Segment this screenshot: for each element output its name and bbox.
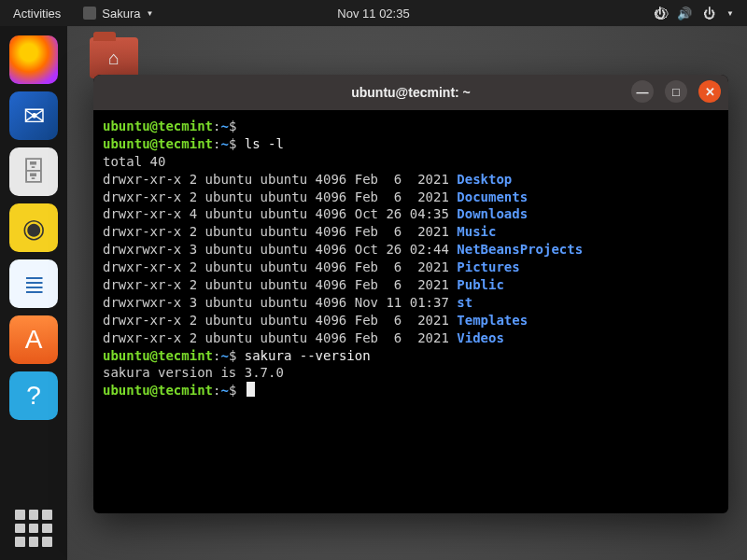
close-button[interactable]: ✕ [698,80,721,103]
dock-software[interactable]: A [9,315,58,364]
app-menu[interactable]: Sakura ▼ [74,7,162,21]
terminal-content[interactable]: ubuntu@tecmint:~$ ubuntu@tecmint:~$ ls -… [93,110,728,513]
app-menu-label: Sakura [102,7,140,21]
activities-button[interactable]: Activities [0,7,74,21]
dock-writer[interactable]: ≣ [9,259,58,308]
minimize-button[interactable]: — [631,80,654,103]
window-titlebar[interactable]: ubuntu@tecmint: ~ — □ ✕ [93,75,728,110]
terminal-cursor [247,382,255,397]
show-apps-button[interactable] [15,510,52,547]
system-tray: ⏻⃝ 🔊 ⏻ ▼ [654,7,747,21]
dock-rhythmbox[interactable]: ◉ [9,203,58,252]
window-controls: — □ ✕ [631,80,721,103]
power-icon[interactable]: ⏻ [703,7,715,21]
dock: ✉ 🗄 ◉ ≣ A ? [0,26,67,560]
home-glyph-icon: ⌂ [90,37,138,78]
terminal-window: ubuntu@tecmint: ~ — □ ✕ ubuntu@tecmint:~… [93,75,728,513]
dock-files[interactable]: 🗄 [9,147,58,196]
chevron-down-icon: ▼ [147,9,154,18]
network-icon[interactable]: ⏻⃝ [654,7,666,21]
tray-chevron-icon[interactable]: ▼ [726,9,734,18]
window-title: ubuntu@tecmint: ~ [351,85,471,100]
clock[interactable]: Nov 11 02:35 [337,7,409,21]
volume-icon[interactable]: 🔊 [677,7,692,21]
dock-help[interactable]: ? [9,371,58,420]
app-icon [83,7,96,20]
maximize-button[interactable]: □ [665,80,687,103]
dock-firefox[interactable] [9,35,58,84]
dock-thunderbird[interactable]: ✉ [9,91,58,140]
top-panel: Activities Sakura ▼ Nov 11 02:35 ⏻⃝ 🔊 ⏻ … [0,0,747,26]
